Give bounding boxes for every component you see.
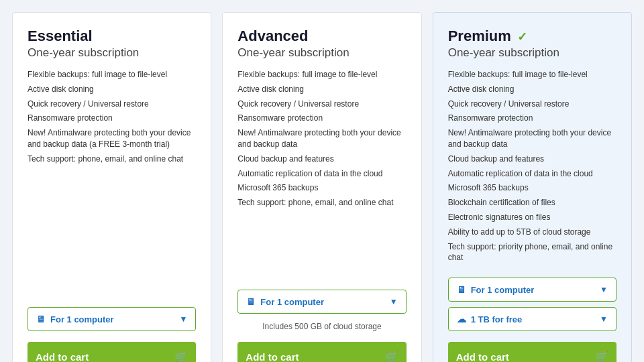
cart-icon: 🛒 [385,351,398,362]
list-item: Cloud backup and features [237,154,406,165]
list-item: Automatic replication of data in the clo… [448,168,616,180]
advanced-features-list: Flexible backups: full image to file-lev… [237,69,406,279]
list-item: Quick recovery / Universal restore [237,99,406,110]
list-item: Flexible backups: full image to file-lev… [448,69,616,80]
card-advanced: AdvancedOne-year subscriptionFlexible ba… [222,12,421,362]
list-item: Tech support: priority phone, email, and… [448,241,616,264]
list-item: Tech support: phone, email, and online c… [237,197,406,208]
premium-title: Premium ✓ [448,27,616,45]
list-item: Quick recovery / Universal restore [28,99,196,110]
monitor-icon: 🖥 [457,284,466,295]
essential-title: Essential [28,27,196,45]
card-premium: Premium ✓One-year subscriptionFlexible b… [433,12,632,362]
cart-icon: 🛒 [595,351,608,362]
cloud-icon: ☁ [457,314,466,324]
essential-features-list: Flexible backups: full image to file-lev… [28,69,196,296]
list-item: Flexible backups: full image to file-lev… [28,69,196,80]
advanced-computer-dropdown-container: 🖥For 1 computer▼ [237,290,406,314]
checkmark-icon: ✓ [514,30,527,44]
list-item: Active disk cloning [28,84,196,95]
advanced-computer-dropdown-label: For 1 computer [260,297,324,307]
list-item: Electronic signatures on files [448,212,616,223]
list-item: Active disk cloning [237,84,406,95]
list-item: Ransomware protection [28,113,196,124]
premium-storage-dropdown-label: 1 TB for free [471,314,523,324]
essential-computer-dropdown-label: For 1 computer [50,314,114,324]
essential-computer-dropdown-container: 🖥For 1 computer▼ [28,307,196,331]
advanced-title: Advanced [237,27,406,45]
monitor-icon: 🖥 [246,296,256,307]
essential-add-to-cart-button[interactable]: Add to cart🛒 [28,342,196,362]
premium-storage-dropdown-container: ☁1 TB for free▼ [448,307,616,331]
list-item: New! Antimalware protecting both your de… [28,127,196,150]
essential-add-to-cart-label: Add to cart [36,351,89,362]
list-item: Tech support: phone, email, and online c… [28,154,196,165]
premium-add-to-cart-button[interactable]: Add to cart🛒 [448,342,616,362]
list-item: New! Antimalware protecting both your de… [237,127,406,150]
premium-computer-dropdown[interactable]: 🖥For 1 computer▼ [448,278,616,302]
list-item: Ransomware protection [448,113,616,124]
list-item: Microsoft 365 backups [237,182,406,194]
list-item: Ability to add up to 5TB of cloud storag… [448,227,616,238]
cart-icon: 🛒 [174,351,188,362]
chevron-down-icon: ▼ [600,285,608,294]
card-essential: EssentialOne-year subscriptionFlexible b… [12,12,211,362]
essential-subtitle: One-year subscription [28,46,196,60]
chevron-down-icon: ▼ [600,314,608,324]
advanced-add-to-cart-button[interactable]: Add to cart🛒 [237,342,406,362]
premium-storage-dropdown[interactable]: ☁1 TB for free▼ [448,307,616,331]
chevron-down-icon: ▼ [179,314,187,324]
list-item: Quick recovery / Universal restore [448,99,616,110]
monitor-icon: 🖥 [36,314,46,324]
premium-features-list: Flexible backups: full image to file-lev… [448,69,616,267]
premium-add-to-cart-label: Add to cart [456,351,509,362]
list-item: Cloud backup and features [448,154,616,165]
advanced-storage-note: Includes 500 GB of cloud storage [237,322,406,331]
list-item: Blockchain certification of files [448,197,616,208]
chevron-down-icon: ▼ [390,297,398,306]
list-item: Automatic replication of data in the clo… [237,168,406,180]
list-item: Microsoft 365 backups [448,182,616,194]
essential-computer-dropdown[interactable]: 🖥For 1 computer▼ [28,307,196,331]
premium-computer-dropdown-container: 🖥For 1 computer▼ [448,278,616,302]
list-item: Ransomware protection [237,113,406,124]
premium-computer-dropdown-label: For 1 computer [471,285,535,295]
advanced-computer-dropdown[interactable]: 🖥For 1 computer▼ [237,290,406,314]
advanced-subtitle: One-year subscription [237,46,406,60]
list-item: Flexible backups: full image to file-lev… [237,69,406,80]
advanced-add-to-cart-label: Add to cart [246,351,299,362]
list-item: Active disk cloning [448,84,616,95]
premium-subtitle: One-year subscription [448,46,616,60]
cards-container: EssentialOne-year subscriptionFlexible b… [7,7,637,362]
list-item: New! Antimalware protecting both your de… [448,127,616,150]
